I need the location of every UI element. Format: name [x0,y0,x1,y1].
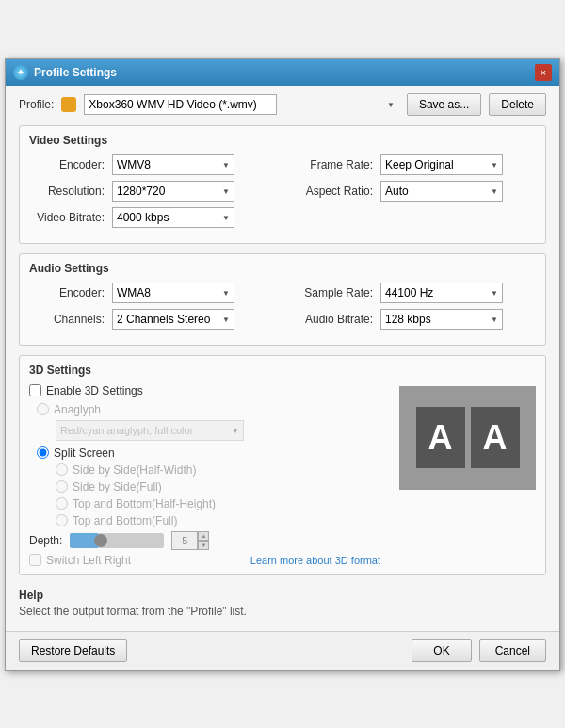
3d-settings-body: Enable 3D Settings Anaglyph Red/cyan ana… [29,384,536,567]
audio-bitrate-label: Audio Bitrate: [288,313,373,326]
resolution-select-wrap: 1280*720 [112,181,234,202]
depth-value-input[interactable] [171,531,198,550]
channels-select[interactable]: 2 Channels Stereo [112,309,234,330]
main-content: Profile: Xbox360 WMV HD Video (*.wmv) Sa… [6,86,559,631]
resolution-select[interactable]: 1280*720 [112,181,234,202]
enable-3d-label[interactable]: Enable 3D Settings [46,384,143,397]
depth-spinner: ▲ ▼ [171,531,209,550]
resolution-label: Resolution: [29,185,105,198]
frame-rate-select-wrap: Keep Original [380,154,503,175]
cancel-button[interactable]: Cancel [479,639,546,662]
anaglyph-select-container: Red/cyan anaglyph, full color [56,420,380,441]
sample-rate-select[interactable]: 44100 Hz [380,283,503,303]
anaglyph-row: Anaglyph [37,403,380,416]
audio-settings-section: Audio Settings Encoder: WMA8 Channels: [19,253,546,346]
profile-select-wrapper: Xbox360 WMV HD Video (*.wmv) [84,94,399,115]
anaglyph-select-wrap: Red/cyan anaglyph, full color [56,420,244,441]
audio-encoder-row: Encoder: WMA8 [29,283,277,303]
help-title: Help [19,589,546,602]
video-col-left: Encoder: WMV8 Resolution: 1280*720 [29,154,277,234]
split-screen-row: Split Screen [37,446,380,460]
frame-rate-row: Frame Rate: Keep Original [288,154,536,175]
audio-col-right: Sample Rate: 44100 Hz Audio Bitrate: 128… [288,283,536,335]
channels-select-wrap: 2 Channels Stereo [112,309,234,330]
video-settings-cols: Encoder: WMV8 Resolution: 1280*720 [29,154,536,234]
help-text: Select the output format from the "Profi… [19,605,546,618]
app-icon: ✦ [13,65,28,80]
depth-slider[interactable] [70,533,164,548]
split-screen-label[interactable]: Split Screen [54,446,115,460]
audio-bitrate-select[interactable]: 128 kbps [380,309,503,330]
profile-settings-dialog: ✦ Profile Settings × Profile: Xbox360 WM… [5,58,560,671]
aspect-ratio-select[interactable]: Auto [380,181,503,202]
channels-row: Channels: 2 Channels Stereo [29,309,277,330]
profile-row: Profile: Xbox360 WMV HD Video (*.wmv) Sa… [19,93,546,116]
preview-letter-left: A [416,407,465,468]
top-bottom-full-label: Top and Bottom(Full) [73,514,177,527]
save-as-button[interactable]: Save as... [407,93,481,116]
audio-settings-title: Audio Settings [29,262,536,275]
depth-label: Depth: [29,534,62,547]
footer-right: OK Cancel [412,639,546,662]
audio-bitrate-select-wrap: 128 kbps [380,309,503,330]
preview-letter-right: A [471,407,520,468]
audio-encoder-select-wrap: WMA8 [112,283,234,303]
aspect-ratio-select-wrap: Auto [380,181,503,202]
profile-select[interactable]: Xbox360 WMV HD Video (*.wmv) [84,94,277,115]
aspect-ratio-label: Aspect Ratio: [288,185,373,198]
video-settings-title: Video Settings [29,134,536,147]
encoder-select[interactable]: WMV8 [112,154,234,175]
switch-checkbox-row: Switch Left Right [29,554,131,567]
delete-button[interactable]: Delete [489,93,546,116]
learn-more-link[interactable]: Learn more about 3D format [250,555,380,566]
3d-preview-box: A A [399,386,536,490]
enable-3d-row: Enable 3D Settings [29,384,380,397]
aspect-ratio-row: Aspect Ratio: Auto [288,181,536,202]
video-col-right: Frame Rate: Keep Original Aspect Ratio: … [288,154,536,234]
top-bottom-half-row: Top and Bottom(Half-Height) [56,497,380,510]
side-by-side-full-label: Side by Side(Full) [73,480,162,493]
frame-rate-label: Frame Rate: [288,158,373,171]
encoder-label: Encoder: [29,158,105,171]
bitrate-select[interactable]: 4000 kbps [112,207,234,228]
profile-label: Profile: [19,98,54,111]
split-screen-options: Side by Side(Half-Width) Side by Side(Fu… [48,463,380,527]
sample-rate-label: Sample Rate: [288,286,373,299]
encoder-select-wrap: WMV8 [112,154,234,175]
audio-col-left: Encoder: WMA8 Channels: 2 Channels Stere… [29,283,277,335]
spin-up-button[interactable]: ▲ [198,531,209,541]
ok-button[interactable]: OK [412,639,471,662]
side-by-side-half-label: Side by Side(Half-Width) [73,463,196,477]
encoder-row: Encoder: WMV8 [29,154,277,175]
enable-3d-checkbox[interactable] [29,384,41,396]
top-bottom-half-radio [56,497,68,510]
side-by-side-full-row: Side by Side(Full) [56,480,380,493]
switch-left-right-checkbox [29,554,41,566]
bitrate-label: Video Bitrate: [29,211,105,224]
side-by-side-half-row: Side by Side(Half-Width) [56,463,380,477]
split-screen-radio[interactable] [37,446,49,459]
profile-icon [61,97,76,112]
frame-rate-select[interactable]: Keep Original [380,154,503,175]
switch-row: Switch Left Right Learn more about 3D fo… [29,554,380,567]
titlebar-left: ✦ Profile Settings [13,65,117,80]
top-bottom-half-label: Top and Bottom(Half-Height) [73,497,216,510]
3d-settings-title: 3D Settings [29,364,536,377]
bitrate-row: Video Bitrate: 4000 kbps [29,207,277,228]
footer: Restore Defaults OK Cancel [6,631,559,670]
close-button[interactable]: × [535,64,552,81]
resolution-row: Resolution: 1280*720 [29,181,277,202]
sample-rate-row: Sample Rate: 44100 Hz [288,283,536,303]
audio-encoder-select[interactable]: WMA8 [112,283,234,303]
spinner-arrows: ▲ ▼ [198,531,209,550]
bitrate-select-wrap: 4000 kbps [112,207,234,228]
dialog-title: Profile Settings [34,66,117,79]
video-settings-section: Video Settings Encoder: WMV8 Resolution: [19,125,546,244]
spin-down-button[interactable]: ▼ [198,541,209,550]
anaglyph-label: Anaglyph [54,403,101,416]
channels-label: Channels: [29,313,105,326]
help-section: Help Select the output format from the "… [19,585,546,623]
restore-defaults-button[interactable]: Restore Defaults [19,639,127,662]
titlebar: ✦ Profile Settings × [6,59,559,86]
side-by-side-full-radio [56,480,68,493]
